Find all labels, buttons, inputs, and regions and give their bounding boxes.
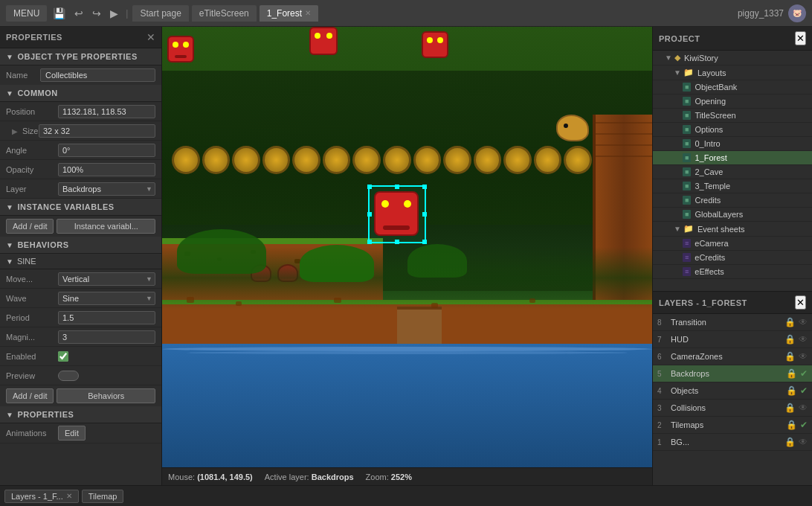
layer-row-tilemaps[interactable]: 2 Tilemaps 🔒 ✔: [653, 417, 812, 434]
bottom-bar: Layers - 1_F... ✕ Tilemap: [0, 485, 812, 506]
behaviors-arrow: ▼: [6, 241, 13, 249]
layer-eye-icon-objects[interactable]: ✔: [800, 385, 808, 396]
layer-row-transition[interactable]: 8 Transition 🔒 👁: [653, 314, 812, 331]
layer-select[interactable]: Backdrops: [58, 182, 155, 196]
layer-row-collisions[interactable]: 3 Collisions 🔒 👁: [653, 400, 812, 417]
size-value[interactable]: 32 x 32: [39, 124, 155, 138]
layer-eye-icon-collisions[interactable]: 👁: [799, 403, 808, 413]
animations-row: Animations Edit: [0, 423, 161, 443]
layers-close-button[interactable]: ✕: [795, 295, 806, 310]
tree-item-eeffects[interactable]: ≡ eEffects: [653, 265, 812, 279]
instance-vars-section-header[interactable]: ▼ INSTANCE VARIABLES: [0, 199, 161, 216]
move-row: Move... Vertical ▼: [0, 269, 161, 289]
tree-item-objectbank[interactable]: ■ ObjectBank: [653, 80, 812, 95]
tree-item-globallayers[interactable]: ■ GlobalLayers: [653, 208, 812, 222]
tab-1forest[interactable]: 1_Forest ✕: [260, 5, 318, 22]
properties-close-button[interactable]: ✕: [146, 31, 155, 43]
menu-button[interactable]: MENU: [6, 5, 47, 22]
layer-lock-icon-camerazones[interactable]: 🔒: [784, 351, 796, 362]
layer-row-backdrops[interactable]: 5 Backdrops 🔒 ✔: [653, 365, 812, 382]
tree-item-eventsheets[interactable]: ▼ 📁 Event sheets: [653, 222, 812, 237]
layer-lock-icon-collisions[interactable]: 🔒: [784, 403, 796, 413]
top-bar: MENU 💾 ↩ ↪ ▶ | Start page eTitleScreen 1…: [0, 0, 812, 27]
common-section-header[interactable]: ▼ COMMON: [0, 85, 161, 102]
layer-eye-icon-backdrops[interactable]: ✔: [800, 368, 808, 379]
tilemap-tab-button[interactable]: Tilemap: [82, 490, 124, 503]
object-type-arrow: ▼: [6, 53, 13, 61]
canvas-area: Mouse: (1081.4, 149.5) Active layer: Bac…: [162, 27, 652, 485]
layer-row-bg[interactable]: 1 BG... 🔒 👁: [653, 434, 812, 451]
edit-animations-button[interactable]: Edit: [58, 426, 86, 441]
layer-row-camerazones[interactable]: 6 CameraZones 🔒 👁: [653, 348, 812, 365]
wave-select-wrap: Sine ▼: [58, 292, 155, 305]
layer-row-objects[interactable]: 4 Objects 🔒 ✔: [653, 382, 812, 400]
project-close-button[interactable]: ✕: [795, 31, 806, 45]
period-row: Period 1.5: [0, 308, 161, 327]
tree-item-ecredits[interactable]: ≡ eCredits: [653, 251, 812, 265]
layers-tab-button[interactable]: Layers - 1_F... ✕: [4, 490, 79, 503]
tree-item-options[interactable]: ■ Options: [653, 123, 812, 137]
tree-item-credits[interactable]: ■ Credits: [653, 193, 812, 208]
play-icon[interactable]: ▶: [107, 6, 121, 21]
save-icon[interactable]: 💾: [50, 6, 68, 21]
enabled-checkbox[interactable]: [58, 351, 68, 362]
tree-item-ecamera[interactable]: ≡ eCamera: [653, 237, 812, 251]
add-edit-behaviors-button[interactable]: Add / edit: [6, 388, 54, 403]
tree-item-opening[interactable]: ■ Opening: [653, 95, 812, 109]
move-select[interactable]: Vertical: [58, 272, 155, 286]
layer-lock-icon-objects[interactable]: 🔒: [786, 385, 797, 396]
tree-item-2cave[interactable]: ■ 2_Cave: [653, 165, 812, 179]
main-layout: PROPERTIES ✕ ▼ OBJECT TYPE PROPERTIES Na…: [0, 27, 812, 485]
tree-item-titlescreen[interactable]: ■ TitleScreen: [653, 109, 812, 123]
behaviors-section-header[interactable]: ▼ BEHAVIORS: [0, 237, 161, 254]
properties-panel-header: PROPERTIES ✕: [0, 27, 161, 48]
period-value[interactable]: 1.5: [58, 311, 155, 324]
position-value[interactable]: 1132.181, 118.53: [58, 105, 155, 118]
tree-item-3temple[interactable]: ■ 3_Temple: [653, 179, 812, 193]
preview-toggle[interactable]: [58, 371, 79, 381]
angle-row: Angle 0°: [0, 141, 161, 160]
behaviors-button[interactable]: Behaviors: [57, 388, 155, 403]
layer-lock-icon-tilemaps[interactable]: 🔒: [786, 420, 797, 430]
game-canvas[interactable]: [162, 27, 652, 467]
tab-etitlescreen[interactable]: eTitleScreen: [192, 5, 257, 22]
layer-lock-icon-bg[interactable]: 🔒: [784, 437, 796, 447]
layer-row-hud[interactable]: 7 HUD 🔒 👁: [653, 331, 812, 348]
layer-eye-icon-transition[interactable]: 👁: [799, 317, 808, 327]
sine-section-header[interactable]: ▼ SINE: [0, 254, 161, 269]
tree-item-0intro[interactable]: ■ 0_Intro: [653, 137, 812, 151]
tab-start-page[interactable]: Start page: [132, 5, 188, 22]
redo-icon[interactable]: ↪: [89, 6, 104, 21]
object-name-row: Name Collectibles: [0, 65, 161, 85]
layer-lock-icon-hud[interactable]: 🔒: [784, 334, 796, 345]
preview-row: Preview: [0, 366, 161, 385]
object-type-section-header[interactable]: ▼ OBJECT TYPE PROPERTIES: [0, 48, 161, 65]
behaviors-buttons: Add / edit Behaviors: [0, 385, 161, 406]
tree-item-layouts[interactable]: ▼ 📁 Layouts: [653, 65, 812, 80]
right-panel: PROJECT ✕ ▼ ◆ KiwiStory ▼ 📁 Layouts ■ Ob…: [652, 27, 812, 485]
layer-lock-icon-transition[interactable]: 🔒: [784, 317, 796, 327]
layer-eye-icon-camerazones[interactable]: 👁: [799, 351, 808, 362]
layers-panel-header: LAYERS - 1_FOREST ✕: [653, 292, 812, 314]
object-name-value[interactable]: Collectibles: [40, 68, 155, 82]
layer-eye-icon-bg[interactable]: 👁: [799, 437, 808, 447]
layer-eye-icon-hud[interactable]: 👁: [799, 334, 808, 345]
add-edit-instance-button[interactable]: Add / edit: [6, 219, 54, 234]
wave-select[interactable]: Sine: [58, 292, 155, 305]
angle-value[interactable]: 0°: [58, 144, 155, 157]
tree-item-1forest[interactable]: ■ 1_Forest: [653, 151, 812, 165]
tab-close-icon[interactable]: ✕: [305, 9, 311, 17]
undo-icon[interactable]: ↩: [71, 6, 86, 21]
properties-sub-section-header[interactable]: ▼ PROPERTIES: [0, 406, 161, 423]
instance-var-button[interactable]: Instance variabl...: [57, 219, 155, 234]
move-select-wrap: Vertical ▼: [58, 272, 155, 286]
layer-lock-icon-backdrops[interactable]: 🔒: [786, 368, 797, 379]
common-arrow: ▼: [6, 89, 13, 97]
canvas-status-bar: Mouse: (1081.4, 149.5) Active layer: Bac…: [162, 467, 652, 485]
opacity-value[interactable]: 100%: [58, 163, 155, 176]
magni-value[interactable]: 3: [58, 330, 155, 344]
project-panel-header: PROJECT ✕: [653, 27, 812, 51]
layers-tab-close-icon[interactable]: ✕: [66, 492, 72, 500]
layer-eye-icon-tilemaps[interactable]: ✔: [800, 420, 808, 430]
tree-item-kiwistory[interactable]: ▼ ◆ KiwiStory: [653, 51, 812, 65]
